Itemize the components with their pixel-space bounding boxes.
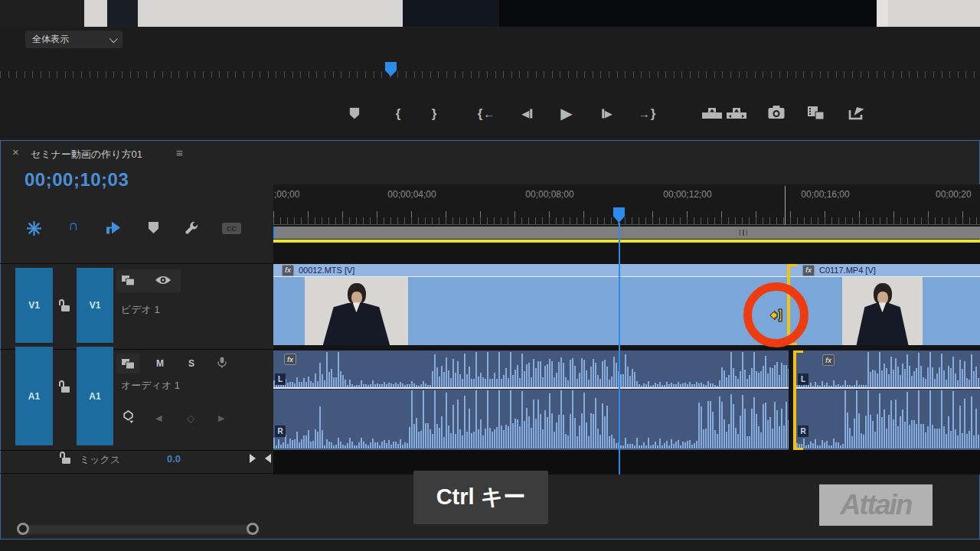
video-track-name[interactable]: ビデオ 1 bbox=[121, 303, 160, 317]
go-to-in-button[interactable]: {← bbox=[478, 107, 495, 120]
magnet-icon: ∩ bbox=[68, 217, 79, 233]
step-back-button[interactable]: ◀ bbox=[521, 109, 532, 119]
solo-button[interactable]: S bbox=[188, 358, 194, 369]
compare-frames-button[interactable] bbox=[807, 106, 825, 121]
export-icon bbox=[848, 106, 866, 121]
go-to-out-button[interactable]: →} bbox=[639, 107, 656, 120]
playhead-line[interactable] bbox=[619, 223, 620, 474]
master-meter-button[interactable] bbox=[250, 454, 271, 463]
track-target-v1[interactable]: V1 bbox=[77, 268, 113, 343]
playhead-timecode[interactable]: 00;00;10;03 bbox=[24, 169, 129, 191]
sync-lock-toggle[interactable] bbox=[121, 275, 135, 286]
waveform-left bbox=[273, 352, 789, 387]
mute-button[interactable]: M bbox=[156, 358, 164, 369]
track-lock-icon[interactable] bbox=[58, 380, 70, 393]
nest-sequence-toggle[interactable] bbox=[26, 220, 42, 236]
channel-label-right: R bbox=[798, 425, 808, 437]
keyframe-mode-button[interactable] bbox=[122, 410, 134, 423]
brace-close-icon: } bbox=[432, 107, 437, 120]
extract-button[interactable] bbox=[727, 106, 746, 120]
fx-badge: fx bbox=[822, 354, 835, 366]
video-clip-1[interactable]: fx00012.MTS [V] bbox=[273, 264, 789, 345]
fx-badge: fx bbox=[802, 265, 815, 276]
channel-label-left: L bbox=[798, 373, 808, 385]
next-keyframe-button[interactable]: ▶ bbox=[218, 413, 224, 423]
monitor-seek-ruler[interactable] bbox=[0, 61, 980, 78]
track-lock-icon[interactable] bbox=[58, 299, 70, 311]
ruler-label: 00;00;16;00 bbox=[779, 189, 871, 200]
presenter-silhouette bbox=[851, 277, 915, 345]
keyframe-pen-icon bbox=[122, 410, 134, 423]
timeline-settings-button[interactable] bbox=[184, 220, 199, 236]
brace-open-icon: { bbox=[396, 107, 401, 120]
zoom-fit-label: 全体表示 bbox=[32, 33, 69, 46]
extract-icon bbox=[727, 106, 746, 120]
scrollbar-zoom-handle-right[interactable] bbox=[247, 523, 259, 535]
microphone-icon bbox=[217, 357, 227, 369]
linked-selection-toggle[interactable] bbox=[106, 220, 121, 235]
chevron-down-icon bbox=[109, 34, 118, 42]
export-button[interactable] bbox=[848, 106, 866, 121]
sync-lock-icon bbox=[121, 275, 135, 286]
master-level-value[interactable]: 0.0 bbox=[167, 453, 181, 465]
play-icon: ▶ bbox=[560, 106, 572, 121]
edit-point-line bbox=[785, 186, 786, 225]
source-patch-a1[interactable]: A1 bbox=[15, 347, 53, 445]
triangle-left-icon: ◀ bbox=[521, 109, 529, 119]
arrow-left-icon: ← bbox=[483, 108, 495, 119]
mark-in-button[interactable]: { bbox=[396, 107, 401, 120]
zoom-fit-dropdown[interactable]: 全体表示 bbox=[25, 31, 122, 48]
cc-icon: CC bbox=[227, 225, 237, 233]
program-monitor-preview bbox=[0, 0, 980, 27]
work-area-grip[interactable] bbox=[740, 230, 748, 236]
add-keyframe-button[interactable]: ◇ bbox=[187, 412, 194, 424]
trim-in-handle[interactable] bbox=[793, 350, 796, 450]
video-clip-2[interactable]: fxC0117.MP4 [V] bbox=[790, 264, 980, 345]
clip-thumbnail bbox=[842, 277, 923, 345]
audio-clip-1[interactable]: fx L R bbox=[273, 350, 789, 450]
sync-lock-toggle[interactable] bbox=[121, 358, 135, 370]
ruler-label: 00;00;20 bbox=[936, 189, 980, 200]
work-area-bar[interactable] bbox=[273, 227, 980, 239]
lift-button[interactable] bbox=[702, 106, 722, 120]
master-track-name: ミックス bbox=[80, 453, 120, 467]
ruler-ticks[interactable] bbox=[273, 207, 980, 225]
presenter-silhouette bbox=[315, 277, 398, 345]
add-marker-timeline-button[interactable] bbox=[149, 222, 158, 233]
captions-toggle[interactable]: CC bbox=[222, 223, 241, 234]
horizontal-scrollbar[interactable] bbox=[18, 525, 259, 534]
channel-label-left: L bbox=[275, 373, 286, 385]
step-forward-button[interactable]: ▶ bbox=[602, 109, 612, 119]
close-tab-icon[interactable]: × bbox=[12, 145, 19, 158]
source-patch-v1[interactable]: V1 bbox=[15, 268, 53, 343]
voiceover-record-button[interactable] bbox=[217, 357, 227, 369]
marker-icon bbox=[350, 108, 360, 119]
add-marker-button[interactable] bbox=[350, 108, 360, 119]
fx-badge: fx bbox=[284, 354, 296, 365]
premiere-window: 全体表示 { } {← ◀ ▶ ▶ →} × セミナー動画の作り方01 ≡ 00… bbox=[0, 0, 980, 551]
linked-selection-icon bbox=[106, 220, 121, 235]
snap-toggle[interactable]: ∩ bbox=[68, 217, 79, 234]
scrollbar-zoom-handle-left[interactable] bbox=[17, 523, 29, 535]
clip-label: 00012.MTS [V] bbox=[299, 266, 354, 275]
nested-sequence-icon bbox=[26, 220, 42, 236]
ripple-trim-cursor-icon bbox=[768, 307, 785, 324]
panel-menu-icon[interactable]: ≡ bbox=[176, 146, 183, 159]
ruler-label: ;00;00 bbox=[274, 189, 299, 200]
waveform-right bbox=[796, 390, 980, 448]
track-output-toggle[interactable] bbox=[155, 275, 172, 285]
sequence-tab-title[interactable]: セミナー動画の作り方01 bbox=[31, 148, 142, 161]
track-target-a1[interactable]: A1 bbox=[77, 347, 113, 445]
eye-icon bbox=[155, 275, 172, 285]
clip-thumbnail bbox=[305, 277, 408, 345]
audio-track-name[interactable]: オーディオ 1 bbox=[121, 379, 180, 393]
annotation-circle bbox=[743, 282, 808, 347]
mark-out-button[interactable]: } bbox=[432, 107, 437, 120]
track-lock-icon[interactable] bbox=[59, 452, 71, 464]
play-button[interactable]: ▶ bbox=[560, 106, 572, 121]
prev-keyframe-button[interactable]: ◀ bbox=[155, 413, 162, 423]
audio-clip-2[interactable]: fx L R bbox=[796, 350, 980, 450]
ruler-label: 00;00;12;00 bbox=[642, 189, 733, 200]
export-frame-button[interactable] bbox=[769, 108, 785, 119]
waveform-right bbox=[273, 390, 789, 448]
